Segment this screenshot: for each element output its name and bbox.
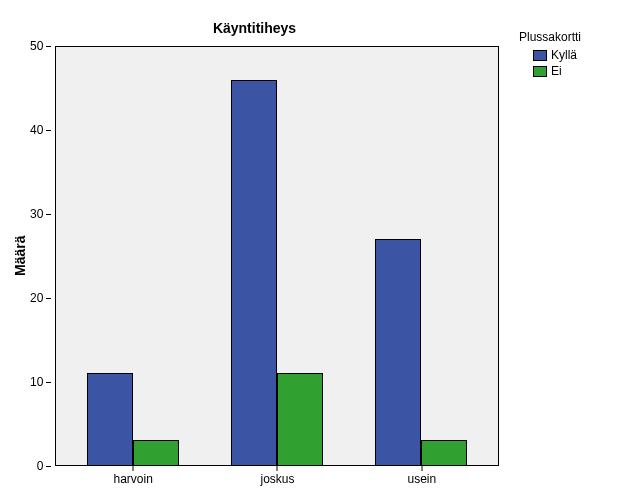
bar bbox=[375, 239, 421, 465]
legend-title: Plussakortti bbox=[519, 30, 619, 44]
legend-swatch bbox=[533, 66, 547, 77]
bar bbox=[421, 440, 467, 465]
legend-swatch bbox=[533, 50, 547, 61]
plot-row: Määrä 50403020100 bbox=[10, 46, 499, 466]
legend: Plussakortti KylläEi bbox=[509, 0, 629, 504]
x-tick: usein bbox=[350, 466, 494, 486]
y-axis-label: Määrä bbox=[10, 46, 30, 466]
bar-group bbox=[349, 47, 493, 465]
x-tick: joskus bbox=[205, 466, 349, 486]
chart-title: Käyntitiheys bbox=[10, 20, 499, 36]
bar-group bbox=[61, 47, 205, 465]
x-tick: harvoin bbox=[61, 466, 205, 486]
legend-items: KylläEi bbox=[519, 48, 619, 78]
y-axis: 50403020100 bbox=[30, 46, 55, 466]
bar-group bbox=[205, 47, 349, 465]
legend-label: Kyllä bbox=[551, 48, 577, 62]
legend-label: Ei bbox=[551, 64, 562, 78]
x-axis: harvoinjoskususein bbox=[10, 466, 499, 486]
bars-group bbox=[56, 47, 498, 465]
bar bbox=[87, 373, 133, 465]
bar bbox=[133, 440, 179, 465]
legend-item: Kyllä bbox=[533, 48, 619, 62]
chart-container: Käyntitiheys Määrä 50403020100 harvoinjo… bbox=[0, 0, 629, 504]
chart-area: Käyntitiheys Määrä 50403020100 harvoinjo… bbox=[0, 0, 509, 504]
plot-area bbox=[55, 46, 499, 466]
bar bbox=[277, 373, 323, 465]
x-axis-ticks: harvoinjoskususein bbox=[56, 466, 499, 486]
legend-item: Ei bbox=[533, 64, 619, 78]
bar bbox=[231, 80, 277, 465]
